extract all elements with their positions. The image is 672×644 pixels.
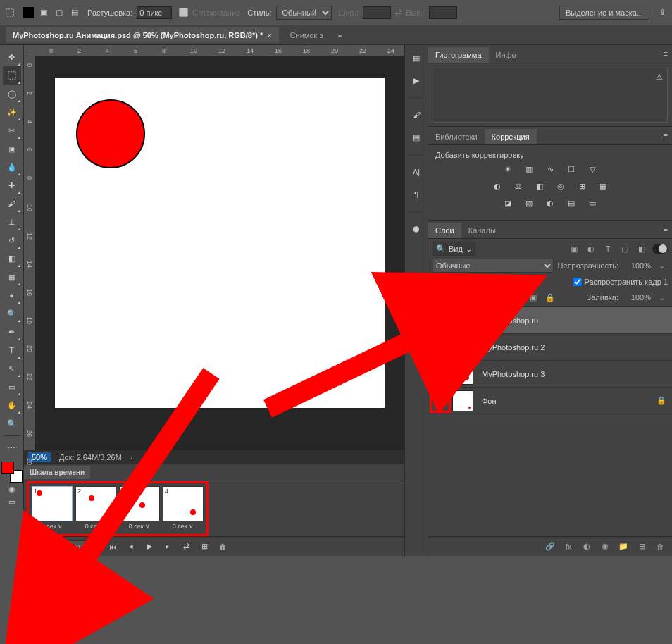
- bw-icon[interactable]: ◧: [533, 180, 547, 192]
- document-tab-active[interactable]: MyPhotoshop.ru Анимация.psd @ 50% (MyPho…: [6, 27, 279, 43]
- color-panel-icon[interactable]: ▦: [408, 49, 425, 66]
- warning-icon[interactable]: ⚠: [656, 73, 663, 82]
- duplicate-frame-button[interactable]: ⊞: [197, 540, 211, 554]
- layer-name[interactable]: MyPhotoshop.ru: [476, 316, 666, 325]
- layer-row[interactable]: MyPhotoshop.ru 2: [428, 334, 672, 361]
- unify-vis-icon[interactable]: 👁: [513, 275, 525, 288]
- posterize-icon[interactable]: ▨: [522, 197, 536, 209]
- layer-thumbnail[interactable]: [452, 337, 473, 358]
- vibrance-icon[interactable]: ▽: [585, 163, 599, 175]
- frame-tool[interactable]: ▣: [3, 140, 21, 158]
- panel-menu-icon[interactable]: ≡: [664, 131, 668, 140]
- blur-tool[interactable]: ●: [3, 286, 21, 304]
- lookup-icon[interactable]: ▦: [596, 180, 610, 192]
- gradient-tool[interactable]: ▦: [3, 268, 21, 286]
- layer-name[interactable]: MyPhotoshop.ru 3: [476, 370, 666, 378]
- layer-row[interactable]: 👁 MyPhotoshop.ru: [428, 307, 672, 334]
- filter-image-icon[interactable]: ▣: [568, 242, 580, 255]
- document-tab-inactive[interactable]: Снимок э: [283, 27, 330, 43]
- stamp-tool[interactable]: ⊥: [3, 213, 21, 231]
- layer-row[interactable]: MyPhotoshop.ru 3: [428, 361, 672, 388]
- timeline-frame[interactable]: 10 сек.∨: [32, 486, 73, 531]
- intersect-selection-icon[interactable]: ▤: [69, 7, 80, 18]
- lock-all-icon[interactable]: 🔒: [544, 291, 556, 304]
- pen-tool[interactable]: ✒: [3, 323, 21, 341]
- select-and-mask-button[interactable]: Выделение и маска...: [559, 6, 649, 20]
- canvas-viewport[interactable]: [35, 56, 404, 450]
- layer-name[interactable]: Фон: [476, 397, 654, 405]
- character-panel-icon[interactable]: A|: [408, 163, 425, 180]
- brightness-icon[interactable]: ☀: [501, 163, 515, 175]
- subtract-selection-icon[interactable]: ▢: [54, 7, 65, 18]
- filter-toggle[interactable]: [652, 244, 668, 254]
- chevron-down-icon[interactable]: ⌄: [655, 291, 668, 304]
- share-icon[interactable]: ⇪: [657, 7, 668, 18]
- tabs-overflow-icon[interactable]: »: [337, 31, 342, 39]
- screenmode-icon[interactable]: ▭: [4, 495, 20, 508]
- panel-menu-icon[interactable]: ≡: [664, 49, 668, 58]
- blend-mode-select[interactable]: Обычные: [433, 259, 554, 273]
- next-frame-button[interactable]: ▸: [161, 540, 175, 554]
- first-frame-button[interactable]: ⏮: [106, 540, 120, 554]
- color-swatches[interactable]: [1, 462, 23, 483]
- hand-tool[interactable]: ✋: [3, 396, 21, 414]
- delete-frame-button[interactable]: 🗑: [216, 540, 230, 554]
- history-brush-tool[interactable]: ↺: [3, 231, 21, 249]
- brushes-panel-icon[interactable]: 🖌: [408, 106, 425, 123]
- exposure-icon[interactable]: ☐: [564, 163, 578, 175]
- marquee-tool[interactable]: [3, 66, 21, 85]
- curves-icon[interactable]: ∿: [543, 163, 557, 175]
- filter-adj-icon[interactable]: ◐: [585, 242, 597, 255]
- canvas[interactable]: [54, 78, 385, 409]
- new-selection-icon[interactable]: [23, 7, 34, 18]
- hue-icon[interactable]: ◐: [490, 180, 504, 192]
- eraser-tool[interactable]: ◧: [3, 249, 21, 268]
- lock-pixels-icon[interactable]: 🖌: [493, 291, 506, 304]
- unify-pos-icon[interactable]: ✥: [496, 275, 509, 288]
- group-icon[interactable]: 📁: [617, 540, 630, 553]
- layer-thumbnail[interactable]: [452, 364, 473, 385]
- tab-adjustments[interactable]: Коррекция: [485, 129, 537, 144]
- fg-color[interactable]: [1, 462, 14, 474]
- timeline-frame[interactable]: 20 сек.∨: [75, 486, 116, 531]
- close-tab-icon[interactable]: ×: [267, 31, 271, 39]
- opacity-value[interactable]: 100%: [623, 261, 651, 270]
- tab-histogram[interactable]: Гистограмма: [428, 47, 489, 63]
- eyedropper-tool[interactable]: 💧: [3, 158, 21, 176]
- new-layer-icon[interactable]: ⊞: [635, 540, 648, 553]
- layer-fx-icon[interactable]: fx: [562, 540, 575, 553]
- invert-icon[interactable]: ◪: [501, 197, 515, 209]
- layer-name[interactable]: MyPhotoshop.ru 2: [476, 343, 666, 352]
- 3d-panel-icon[interactable]: ⬢: [408, 221, 425, 237]
- add-selection-icon[interactable]: ▣: [38, 7, 49, 18]
- feather-input[interactable]: [137, 6, 172, 19]
- propagate-checkbox[interactable]: Распространить кадр 1: [573, 278, 668, 286]
- zoom-tool[interactable]: 🔍: [3, 414, 21, 433]
- quickmask-icon[interactable]: ◉: [4, 483, 20, 495]
- play-button[interactable]: ▶: [142, 540, 156, 554]
- frame-delay[interactable]: 0 сек.∨: [163, 521, 204, 531]
- lock-pos-icon[interactable]: ✥: [510, 291, 523, 304]
- gradient-map-icon[interactable]: ▭: [585, 197, 599, 209]
- shape-tool[interactable]: ▭: [3, 378, 21, 396]
- frame-delay[interactable]: 0 сек.∨: [75, 521, 116, 531]
- layer-row[interactable]: Фон 🔒: [428, 388, 672, 414]
- move-tool[interactable]: ✥: [3, 48, 21, 66]
- levels-icon[interactable]: ▥: [522, 163, 536, 175]
- tab-channels[interactable]: Каналы: [461, 223, 503, 238]
- brush-tool[interactable]: 🖌: [3, 194, 21, 213]
- loop-select[interactable]: Однократно: [46, 540, 101, 553]
- prev-frame-button[interactable]: ◂: [124, 540, 138, 554]
- timeline-frame[interactable]: 30 сек.∨: [119, 486, 160, 531]
- mixer-icon[interactable]: ⊞: [575, 180, 589, 192]
- tab-libraries[interactable]: Библиотеки: [428, 129, 485, 144]
- unify-style-icon[interactable]: fx: [530, 275, 542, 288]
- healing-tool[interactable]: ✚: [3, 176, 21, 194]
- timeline-frame[interactable]: 40 сек.∨: [163, 486, 204, 531]
- status-menu-icon[interactable]: ›: [130, 453, 133, 462]
- balance-icon[interactable]: ⚖: [511, 180, 525, 192]
- tab-layers[interactable]: Слои: [428, 223, 461, 238]
- photo-filter-icon[interactable]: ◎: [554, 180, 568, 192]
- play-panel-icon[interactable]: ▶: [408, 72, 425, 89]
- path-select-tool[interactable]: ↖: [3, 359, 21, 378]
